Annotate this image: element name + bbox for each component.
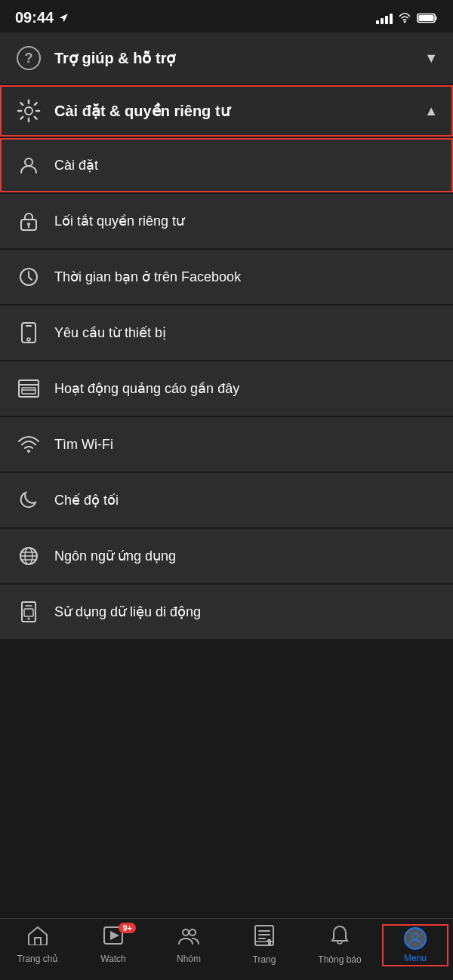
menu-avatar [404, 927, 427, 950]
location-icon [58, 13, 69, 23]
menu-item-privacy-shortcuts[interactable]: Lối tắt quyền riêng tư [0, 194, 453, 248]
time-display: 09:44 [15, 9, 54, 26]
battery-icon [417, 12, 438, 24]
nav-item-pages[interactable]: Trang [234, 925, 294, 965]
svg-point-8 [25, 158, 32, 166]
svg-point-30 [183, 929, 189, 935]
settings-person-icon [15, 152, 42, 179]
menu-item-find-wifi[interactable]: Tìm Wi-Fi [0, 417, 453, 472]
notifications-label: Thông báo [318, 954, 361, 965]
home-label: Trang chủ [17, 954, 59, 964]
support-section-header[interactable]: ? Trợ giúp & hỗ trợ ▼ [0, 32, 453, 84]
svg-point-20 [27, 450, 30, 453]
svg-rect-26 [24, 609, 33, 616]
ad-icon [15, 375, 42, 402]
menu-item-device-requests[interactable]: Yêu cầu từ thiết bị [0, 306, 453, 360]
settings-section-title: Cài đặt & quyền riêng tư [54, 102, 230, 120]
settings-section-header[interactable]: Cài đặt & quyền riêng tư ▲ [0, 85, 453, 137]
nav-item-menu[interactable]: Menu [385, 927, 445, 963]
lock-icon [15, 207, 42, 235]
ad-activity-text: Hoạt động quảng cáo gần đây [54, 380, 239, 397]
moon-icon [15, 487, 42, 514]
nav-item-groups[interactable]: Nhóm [159, 926, 219, 964]
status-icons [376, 12, 438, 24]
menu-label: Menu [404, 953, 427, 963]
menu-item-time-on-fb[interactable]: Thời gian bạn ở trên Facebook [0, 250, 453, 304]
device-requests-text: Yêu cầu từ thiết bị [54, 324, 166, 341]
svg-point-7 [25, 107, 32, 115]
svg-point-27 [28, 618, 30, 620]
menu-item-mobile-data[interactable]: Sử dụng dữ liệu di động [0, 585, 453, 639]
svg-rect-18 [22, 388, 35, 394]
app-language-text: Ngôn ngữ ứng dụng [54, 548, 176, 564]
signal-icon [376, 12, 393, 24]
menu-item-app-language[interactable]: Ngôn ngữ ứng dụng [0, 529, 453, 583]
support-icon: ? [15, 45, 42, 72]
support-section-title: Trợ giúp & hỗ trợ [54, 49, 175, 67]
settings-chevron: ▲ [424, 103, 438, 119]
status-bar: 09:44 [0, 0, 453, 32]
pages-icon [254, 925, 274, 951]
home-icon [27, 926, 48, 951]
device-icon [15, 319, 42, 346]
svg-rect-4 [418, 15, 433, 21]
svg-marker-29 [110, 931, 119, 940]
svg-point-1 [404, 21, 405, 23]
globe-icon [15, 542, 42, 570]
mobile-data-icon [15, 598, 42, 625]
svg-marker-0 [60, 14, 68, 22]
svg-point-31 [190, 929, 196, 935]
find-wifi-text: Tìm Wi-Fi [54, 437, 113, 453]
svg-point-15 [27, 338, 30, 341]
menu-item-settings[interactable]: Cài đặt [0, 138, 453, 192]
time-on-fb-text: Thời gian bạn ở trên Facebook [54, 269, 241, 285]
svg-marker-33 [268, 939, 271, 945]
pages-label: Trang [253, 954, 276, 965]
watch-badge: 9+ [119, 923, 136, 933]
status-time: 09:44 [15, 9, 69, 26]
bottom-nav: Trang chủ 9+ Watch Nhóm [0, 918, 453, 980]
notifications-icon [330, 925, 350, 951]
svg-text:?: ? [25, 51, 33, 66]
groups-icon [177, 926, 200, 951]
svg-rect-3 [435, 16, 436, 20]
clock-icon [15, 263, 42, 290]
privacy-shortcuts-text: Lối tắt quyền riêng tư [54, 213, 184, 229]
menu-item-ad-activity[interactable]: Hoạt động quảng cáo gần đây [0, 361, 453, 416]
support-header-left: ? Trợ giúp & hỗ trợ [15, 45, 175, 72]
wifi-icon [397, 12, 412, 24]
settings-text: Cài đặt [54, 157, 98, 174]
svg-point-34 [412, 933, 418, 939]
dark-mode-text: Chế độ tối [54, 492, 119, 508]
main-content: ? Trợ giúp & hỗ trợ ▼ Cài đặt & quyền ri… [0, 32, 453, 701]
support-chevron: ▼ [424, 51, 438, 66]
groups-label: Nhóm [177, 954, 201, 964]
menu-item-dark-mode[interactable]: Chế độ tối [0, 473, 453, 527]
settings-header-left: Cài đặt & quyền riêng tư [15, 97, 230, 124]
nav-item-notifications[interactable]: Thông báo [310, 925, 370, 965]
nav-item-home[interactable]: Trang chủ [8, 926, 68, 964]
watch-label: Watch [100, 954, 126, 964]
svg-point-10 [27, 223, 30, 226]
settings-gear-icon [15, 97, 42, 124]
mobile-data-text: Sử dụng dữ liệu di động [54, 604, 201, 620]
wifi-menu-icon [15, 431, 42, 458]
nav-item-watch[interactable]: 9+ Watch [83, 926, 143, 964]
